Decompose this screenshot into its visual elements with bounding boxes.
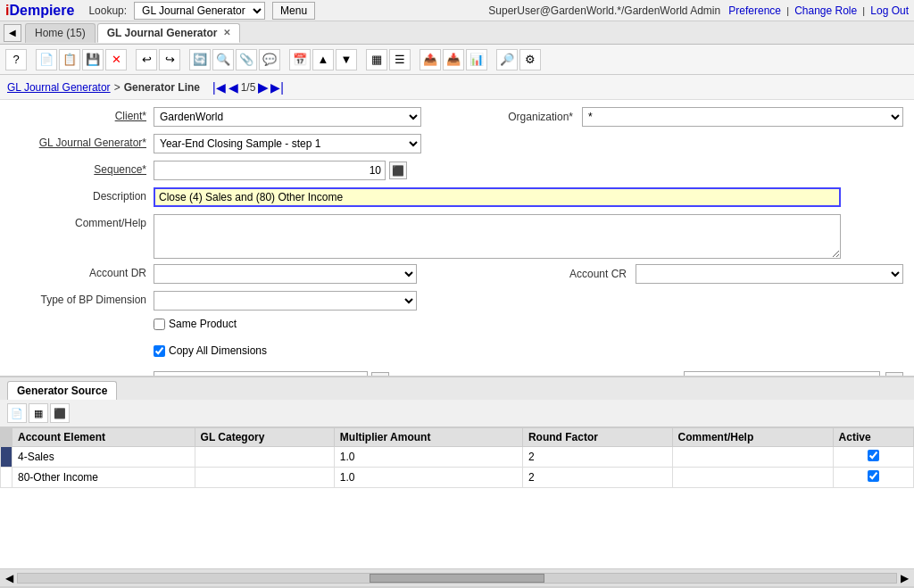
comment-textarea[interactable] xyxy=(154,214,841,259)
import-button[interactable]: 📥 xyxy=(443,49,464,70)
col-multiplier-amount[interactable]: Multiplier Amount xyxy=(334,428,522,447)
breadcrumb-separator: > xyxy=(114,81,120,94)
description-input[interactable] xyxy=(154,187,841,207)
cell-active-1 xyxy=(833,447,913,468)
logo: iDempiere xyxy=(5,3,74,19)
account-dr-field xyxy=(154,264,534,284)
next-record-button[interactable]: ▶ xyxy=(258,80,268,95)
organization-label: Organization* xyxy=(508,111,577,123)
col-account-element[interactable]: Account Element xyxy=(12,428,195,447)
top-bar-left: iDempiere Lookup: GL Journal Generator M… xyxy=(5,2,315,20)
nav-back-button[interactable]: ◀ xyxy=(4,24,21,42)
client-org-row: Client* GardenWorld Organization* * xyxy=(11,107,903,128)
breadcrumb-bar: GL Journal Generator > Generator Line |◀… xyxy=(0,75,914,100)
save-button[interactable]: 💾 xyxy=(82,49,104,70)
organization-select[interactable]: * xyxy=(582,107,903,127)
row-indicator-2 xyxy=(1,468,12,488)
description-label: Description xyxy=(11,187,154,203)
top-bar: iDempiere Lookup: GL Journal Generator M… xyxy=(0,0,914,21)
menu-button[interactable]: Menu xyxy=(272,2,315,20)
same-product-row: Same Product xyxy=(11,318,903,339)
export-button[interactable]: 📤 xyxy=(420,49,441,70)
copy-all-checkbox[interactable] xyxy=(154,345,165,357)
sub-new-button[interactable]: 📄 xyxy=(7,403,27,423)
scroll-thumb xyxy=(370,574,545,583)
row-active-checkbox-1[interactable] xyxy=(868,450,879,461)
col-active[interactable]: Active xyxy=(833,428,913,447)
find-button[interactable]: 🔍 xyxy=(212,49,234,70)
arrow-up-button[interactable]: ▲ xyxy=(312,49,334,70)
sub-form-button[interactable]: ⬛ xyxy=(50,403,70,423)
row-active-checkbox-2[interactable] xyxy=(868,470,879,482)
log-out-link[interactable]: Log Out xyxy=(870,4,909,17)
scroll-right-btn[interactable]: ▶ xyxy=(901,572,909,584)
horizontal-scrollbar[interactable] xyxy=(17,573,897,584)
workflow-button[interactable]: ⚙ xyxy=(519,49,541,70)
help-button[interactable]: ? xyxy=(5,49,27,70)
tab-gl-journal[interactable]: GL Journal Generator ✕ xyxy=(97,23,240,43)
form-view-button[interactable]: ☰ xyxy=(389,49,411,70)
report-button[interactable]: 📊 xyxy=(466,49,487,70)
cell-active-2 xyxy=(833,468,913,488)
page-info: 1/5 xyxy=(241,81,256,94)
redo-button[interactable]: ↪ xyxy=(159,49,180,70)
client-field: GardenWorld xyxy=(154,107,472,127)
col-comment-help[interactable]: Comment/Help xyxy=(672,428,833,447)
scroll-left-btn[interactable]: ◀ xyxy=(5,572,13,584)
type-bp-label: Type of BP Dimension xyxy=(11,291,154,306)
tab-close-icon[interactable]: ✕ xyxy=(223,28,230,37)
sub-toolbar: 📄 ▦ ⬛ xyxy=(0,400,914,427)
indicator-col-header xyxy=(1,428,12,447)
refresh-button[interactable]: 🔄 xyxy=(189,49,211,70)
tab-home-label: Home (15) xyxy=(35,27,86,39)
col-round-factor[interactable]: Round Factor xyxy=(522,428,672,447)
chat-button[interactable]: 💬 xyxy=(259,49,280,70)
cell-account-element-2: 80-Other Income xyxy=(12,468,195,488)
calendar-button[interactable]: 📅 xyxy=(289,49,311,70)
copy-all-field: Copy All Dimensions xyxy=(154,344,267,357)
sequence-info-icon[interactable]: ⬛ xyxy=(389,161,407,179)
arrow-down-button[interactable]: ▼ xyxy=(336,49,357,70)
sub-grid-button[interactable]: ▦ xyxy=(29,403,48,423)
copy-all-row: Copy All Dimensions xyxy=(11,344,903,366)
lookup-select[interactable]: GL Journal Generator xyxy=(134,2,265,20)
breadcrumb-parent-link[interactable]: GL Journal Generator xyxy=(7,81,111,94)
attach-button[interactable]: 📎 xyxy=(236,49,257,70)
comment-field xyxy=(154,214,903,259)
type-bp-row: Type of BP Dimension xyxy=(11,291,903,312)
client-select[interactable]: GardenWorld xyxy=(154,107,421,127)
sequence-field: ⬛ xyxy=(154,161,903,180)
account-cr-select[interactable] xyxy=(636,264,903,284)
user-info: SuperUser@GardenWorld.*/GardenWorld Admi… xyxy=(488,4,720,17)
record-navigation: |◀ ◀ 1/5 ▶ ▶| xyxy=(212,80,284,95)
gl-journal-field: Year-End Closing Sample - step 1 xyxy=(154,134,903,153)
grid-view-button[interactable]: ▦ xyxy=(366,49,387,70)
prev-record-button[interactable]: ◀ xyxy=(228,80,238,95)
account-dr-select[interactable] xyxy=(154,264,417,284)
preference-link[interactable]: Preference xyxy=(728,4,781,17)
tab-bar: ◀ Home (15) GL Journal Generator ✕ xyxy=(0,21,914,45)
type-bp-field xyxy=(154,291,903,311)
gl-journal-row: GL Journal Generator* Year-End Closing S… xyxy=(11,134,903,155)
type-bp-select[interactable] xyxy=(154,291,417,311)
sub-tab-generator-source[interactable]: Generator Source xyxy=(7,381,117,400)
gl-journal-select[interactable]: Year-End Closing Sample - step 1 xyxy=(154,134,421,153)
first-record-button[interactable]: |◀ xyxy=(212,80,226,95)
copy-button[interactable]: 📋 xyxy=(59,49,80,70)
tab-home[interactable]: Home (15) xyxy=(25,23,96,43)
undo-button[interactable]: ↩ xyxy=(136,49,157,70)
delete-button[interactable]: ✕ xyxy=(105,49,127,70)
description-row: Description xyxy=(11,187,903,209)
same-product-checkbox[interactable] xyxy=(154,319,165,330)
sequence-input[interactable] xyxy=(154,161,386,180)
col-gl-category[interactable]: GL Category xyxy=(195,428,334,447)
last-record-button[interactable]: ▶| xyxy=(270,80,284,95)
change-role-link[interactable]: Change Role xyxy=(794,4,857,17)
new-button[interactable]: 📄 xyxy=(36,49,57,70)
cell-comment-1 xyxy=(672,447,833,468)
zoom-button[interactable]: 🔎 xyxy=(496,49,518,70)
grid-area: Account Element GL Category Multiplier A… xyxy=(0,427,914,568)
account-cr-section: Account CR xyxy=(569,264,903,284)
lookup-label: Lookup: xyxy=(88,4,127,17)
cell-gl-category-1 xyxy=(195,447,334,468)
